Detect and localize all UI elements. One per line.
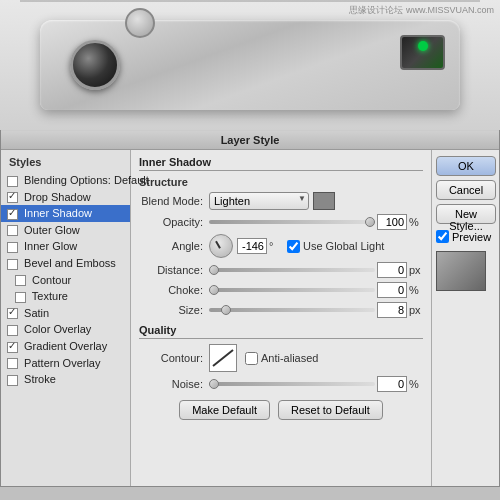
blending-options-checkbox[interactable] (7, 176, 18, 187)
sidebar-item-color-overlay[interactable]: Color Overlay (1, 321, 130, 338)
global-light-label[interactable]: Use Global Light (287, 240, 384, 253)
outer-glow-checkbox[interactable] (7, 225, 18, 236)
contour-svg (211, 346, 235, 370)
opacity-slider-container: % (209, 214, 423, 230)
dialog-title: Layer Style (1, 130, 499, 150)
choke-label: Choke: (139, 284, 209, 296)
size-row: Size: px (139, 302, 423, 318)
distance-input[interactable] (377, 262, 407, 278)
styles-heading: Styles (1, 154, 130, 172)
make-default-button[interactable]: Make Default (179, 400, 270, 420)
sidebar-item-stroke[interactable]: Stroke (1, 371, 130, 388)
preview-checkbox-row: Preview (436, 230, 495, 243)
contour-checkbox[interactable] (15, 275, 26, 286)
contour-preview[interactable] (209, 344, 237, 372)
preview-label: Preview (452, 231, 491, 243)
anti-aliased-checkbox[interactable] (245, 352, 258, 365)
choke-slider[interactable] (209, 288, 375, 292)
inner-shadow-checkbox[interactable] (7, 209, 18, 220)
sidebar-item-contour[interactable]: Contour (1, 272, 130, 289)
distance-row: Distance: px (139, 262, 423, 278)
global-light-checkbox[interactable] (287, 240, 300, 253)
sidebar-item-inner-shadow[interactable]: Inner Shadow (1, 205, 130, 222)
sidebar-item-gradient-overlay[interactable]: Gradient Overlay (1, 338, 130, 355)
opacity-unit: % (409, 216, 423, 228)
ok-button[interactable]: OK (436, 156, 496, 176)
size-input[interactable] (377, 302, 407, 318)
angle-row: Angle: ° Use Global Light (139, 234, 423, 258)
noise-slider-container: % (209, 376, 423, 392)
new-style-button[interactable]: New Style... (436, 204, 496, 224)
size-label: Size: (139, 304, 209, 316)
main-content: Inner Shadow Structure Blend Mode: Light… (131, 150, 431, 486)
noise-input[interactable] (377, 376, 407, 392)
reset-to-default-button[interactable]: Reset to Default (278, 400, 383, 420)
contour-row: Contour: Anti-aliased (139, 344, 423, 372)
noise-unit: % (409, 378, 423, 390)
inner-glow-checkbox[interactable] (7, 242, 18, 253)
distance-slider-container: px (209, 262, 423, 278)
preview-swatch (436, 251, 486, 291)
noise-slider[interactable] (209, 382, 375, 386)
sidebar-item-satin[interactable]: Satin (1, 305, 130, 322)
anti-aliased-label[interactable]: Anti-aliased (245, 352, 318, 365)
pattern-overlay-checkbox[interactable] (7, 358, 18, 369)
layer-style-dialog: Layer Style Styles Blending Options: Def… (0, 130, 500, 487)
size-slider-container: px (209, 302, 423, 318)
sidebar-item-blending-options[interactable]: Blending Options: Default (1, 172, 130, 189)
watermark-text: 思缘设计论坛 www.MISSVUAN.com (349, 4, 494, 17)
distance-unit: px (409, 264, 423, 276)
stroke-checkbox[interactable] (7, 375, 18, 386)
texture-checkbox[interactable] (15, 292, 26, 303)
choke-slider-container: % (209, 282, 423, 298)
quality-title: Quality (139, 324, 423, 339)
bevel-emboss-checkbox[interactable] (7, 259, 18, 270)
camera-lens (70, 40, 120, 90)
sidebar-item-outer-glow[interactable]: Outer Glow (1, 222, 130, 239)
noise-label: Noise: (139, 378, 209, 390)
bottom-button-row: Make Default Reset to Default (139, 400, 423, 420)
blend-color-swatch[interactable] (313, 192, 335, 210)
color-overlay-checkbox[interactable] (7, 325, 18, 336)
cancel-button[interactable]: Cancel (436, 180, 496, 200)
preview-checkbox[interactable] (436, 230, 449, 243)
choke-row: Choke: % (139, 282, 423, 298)
camera-body (40, 20, 460, 110)
contour-label: Contour: (139, 352, 209, 364)
drop-shadow-checkbox[interactable] (7, 192, 18, 203)
distance-label: Distance: (139, 264, 209, 276)
camera-top-bar (20, 0, 480, 2)
camera-dial (125, 8, 155, 38)
size-slider[interactable] (209, 308, 375, 312)
choke-input[interactable] (377, 282, 407, 298)
camera-viewfinder (400, 35, 445, 70)
angle-label: Angle: (139, 240, 209, 252)
sidebar-item-inner-glow[interactable]: Inner Glow (1, 238, 130, 255)
sidebar-item-bevel-emboss[interactable]: Bevel and Emboss (1, 255, 130, 272)
blend-mode-select-wrapper: Lighten Normal Multiply Screen (209, 192, 309, 210)
blend-mode-row: Blend Mode: Lighten Normal Multiply Scre… (139, 192, 423, 210)
blend-mode-select[interactable]: Lighten Normal Multiply Screen (209, 192, 309, 210)
opacity-row: Opacity: % (139, 214, 423, 230)
noise-row: Noise: % (139, 376, 423, 392)
opacity-slider[interactable] (209, 220, 375, 224)
distance-slider[interactable] (209, 268, 375, 272)
size-unit: px (409, 304, 423, 316)
camera-preview: 思缘设计论坛 www.MISSVUAN.com (0, 0, 500, 130)
structure-subtitle: Structure (139, 176, 423, 188)
satin-checkbox[interactable] (7, 308, 18, 319)
right-panel: OK Cancel New Style... Preview (431, 150, 499, 486)
opacity-label: Opacity: (139, 216, 209, 228)
dialog-body: Styles Blending Options: Default Drop Sh… (1, 150, 499, 486)
angle-dial[interactable] (209, 234, 233, 258)
angle-unit: ° (269, 240, 283, 252)
quality-section: Quality Contour: Anti-aliased (139, 324, 423, 392)
gradient-overlay-checkbox[interactable] (7, 342, 18, 353)
sidebar-item-texture[interactable]: Texture (1, 288, 130, 305)
sidebar-item-drop-shadow[interactable]: Drop Shadow (1, 189, 130, 206)
opacity-input[interactable] (377, 214, 407, 230)
angle-input[interactable] (237, 238, 267, 254)
sidebar-item-pattern-overlay[interactable]: Pattern Overlay (1, 355, 130, 372)
inner-shadow-title: Inner Shadow (139, 156, 423, 171)
blend-mode-label: Blend Mode: (139, 195, 209, 207)
